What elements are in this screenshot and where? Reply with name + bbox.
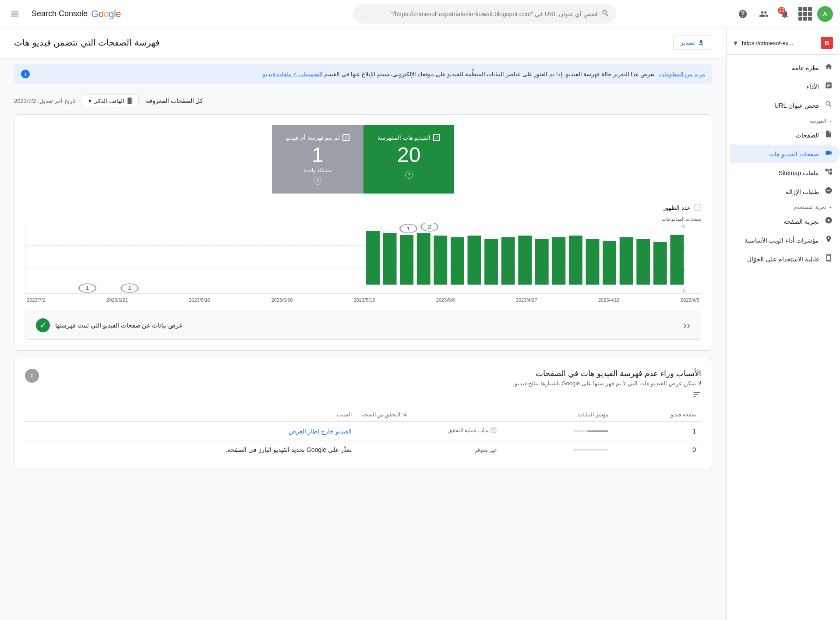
home-icon (824, 63, 833, 73)
device-label: الهاتف الذكي (93, 98, 124, 104)
col-check-header: التحقق من الصحة (357, 408, 503, 422)
y-axis-label: صفحات الفيديو هات (25, 216, 701, 222)
sidebar: B https://crimesof-ex... نظرة عامة الأدا… (726, 28, 840, 620)
sidebar-item-page-experience[interactable]: تجربة الصفحة (730, 212, 840, 231)
export-button[interactable]: تصدير (673, 35, 712, 50)
search-icon-sidebar (824, 100, 833, 110)
user-avatar[interactable]: A (817, 6, 833, 22)
brand-area: Google Search Console (32, 8, 121, 20)
data-row-section[interactable]: ‹ عرض بيانات عن صفحات الفيديو التي تمت ف… (25, 311, 701, 340)
improvements-link[interactable]: التحسينات > ملفات فيديو (263, 71, 322, 78)
chart-svg: 1 1 1 2 (11, 223, 687, 293)
sidebar-cwv-label: مؤشرات أداء الويب الأساسية (745, 237, 819, 244)
not-indexed-label: لم يتم فهرسة أي فيديو (286, 134, 340, 141)
device-chevron-icon (88, 98, 92, 104)
svg-rect-24 (636, 239, 650, 285)
col-reason-header: السبب (25, 408, 357, 422)
url-search-bar[interactable] (353, 4, 616, 24)
svg-rect-12 (434, 236, 447, 285)
sidebar-sitemap-label: ملفات Sitemap (779, 169, 819, 176)
info-banner: مزيد من المعلومات يعرض هذا التقرير حالة … (14, 64, 712, 84)
status-boxes: ✓ الفيديو هات المفهرسة 20 ? ✓ لم يتم فهر… (25, 125, 701, 194)
sidebar-item-pages[interactable]: الصفحات (730, 126, 840, 144)
sidebar-item-mobile[interactable]: قابلية الاستخدام على الجوّال (730, 250, 840, 268)
site-chevron-icon (734, 38, 738, 48)
indexed-count: 20 (378, 144, 440, 166)
reasons-section: الأسباب وراء عدم فهرسة الفيديو هات في ال… (14, 358, 712, 469)
sidebar-item-cwv[interactable]: مؤشرات أداء الويب الأساسية (730, 231, 840, 250)
sidebar-item-performance[interactable]: الأداء (730, 77, 840, 96)
help-icon[interactable] (735, 6, 751, 22)
sidebar-item-url-inspection[interactable]: فحص عنوان URL (730, 96, 840, 115)
x-axis-labels: 2023/4/5 2023/4/16 2023/4/27 2023/5/8 20… (25, 297, 701, 303)
not-indexed-subtitle: مشكلة واحدة (286, 167, 349, 173)
data-row-label: عرض بيانات عن صفحات الفيديو التي تمت فهر… (55, 322, 183, 329)
svg-text:2: 2 (427, 225, 432, 229)
sidebar-item-video-pages[interactable]: صفحات الفيديو هات (730, 144, 840, 163)
site-selector[interactable]: B https://crimesof-ex... (727, 32, 840, 55)
data-row-check-icon: ✓ (36, 318, 50, 332)
product-name: Search Console (32, 9, 88, 18)
reasons-info-icon[interactable]: i (25, 369, 39, 383)
green-check-box: ✓ (433, 134, 440, 141)
more-info-link[interactable]: مزيد من المعلومات (659, 71, 705, 78)
notifications-bell[interactable]: 23 (777, 6, 793, 22)
reason-text: تعذَّر على Google تحديد الفيديو البارز ف… (226, 446, 351, 453)
appearance-checkbox[interactable] (694, 204, 701, 211)
check-status: بدأت عملية التحقق (357, 422, 503, 441)
sidebar-overview-label: نظرة عامة (792, 64, 819, 71)
not-indexed-info-icon[interactable]: ? (314, 177, 321, 185)
sitemap-icon (824, 168, 833, 178)
svg-rect-16 (501, 237, 515, 285)
export-label: تصدير (681, 39, 695, 46)
svg-rect-5 (383, 233, 397, 285)
reasons-subtitle: لا يمكن عرض الفيديو هات التي لا تم فهر س… (513, 380, 701, 387)
sidebar-item-sitemap[interactable]: ملفات Sitemap (730, 163, 840, 182)
chart-section: ✓ الفيديو هات المفهرسة 20 ? ✓ لم يتم فهر… (14, 114, 712, 351)
indexed-info-icon[interactable]: ? (405, 171, 413, 179)
x-label: 2023/5/19 (354, 297, 375, 303)
search-icon (601, 9, 609, 18)
site-name: https://crimesof-ex... (742, 40, 816, 46)
sidebar-item-overview[interactable]: نظرة عامة (730, 58, 840, 77)
svg-rect-4 (366, 231, 380, 285)
sidebar-video-label: صفحات الفيديو هات (769, 151, 819, 158)
sidebar-section-ux: تجربة المستخدم (727, 201, 840, 212)
svg-rect-25 (653, 242, 667, 285)
sidebar-url-label: فحص عنوان URL (774, 102, 819, 109)
sidebar-item-removals[interactable]: طلبات الإزالة (730, 182, 840, 201)
reasons-title: الأسباب وراء عدم فهرسة الفيديو هات في ال… (513, 369, 701, 378)
indicator-bar-2 (573, 449, 608, 451)
filter-bar: كل الصفحات المعروفة الهاتف الذكي تاريخ آ… (0, 91, 726, 111)
svg-text:1: 1 (406, 226, 411, 231)
device-filter[interactable]: الهاتف الذكي (83, 94, 139, 107)
google-logo: Google (91, 8, 121, 20)
data-row-chevron-icon[interactable]: ‹ (683, 319, 690, 331)
apps-icon[interactable] (798, 7, 812, 21)
info-icon: i (21, 70, 30, 78)
site-icon: B (821, 37, 833, 49)
svg-rect-20 (569, 236, 582, 285)
search-input[interactable] (360, 11, 598, 18)
mobile-icon (824, 254, 833, 264)
sidebar-page-exp-label: تجربة الصفحة (784, 218, 819, 225)
info-banner-text: يعرض هذا التقرير حالة فهرسة الفيديو. إذا… (34, 71, 655, 78)
people-icon[interactable] (756, 6, 772, 22)
sidebar-pages-label: الصفحات (796, 132, 819, 139)
x-label: 2023/6/10 (189, 297, 210, 303)
reasons-table: صفحة فيديو مؤشر البيانات التحقق من الصحة… (25, 408, 701, 458)
col-indicator-header: مؤشر البيانات (502, 408, 613, 422)
reason-link[interactable]: الفيديو خارج إطار العرض (289, 428, 352, 435)
main-menu-icon[interactable] (7, 6, 23, 22)
top-nav: A 23 Google Search Console (0, 0, 840, 28)
table-row: 1 بدأت عملية التحقق (25, 422, 701, 441)
table-row: 0 غير متوفر تعذَّر على Google تحديد الفي… (25, 441, 701, 459)
indicator-fill (587, 430, 608, 432)
gray-check-box: ✓ (342, 134, 349, 141)
bar-chart: 45 30 15 0 1 1 (25, 224, 701, 294)
pages-count-2: 0 (614, 441, 701, 459)
svg-text:1: 1 (127, 286, 132, 291)
pages-icon (824, 130, 833, 140)
filter-icon[interactable] (25, 390, 701, 401)
chart-area: صفحات الفيديو هات 45 30 15 0 1 (25, 216, 701, 304)
